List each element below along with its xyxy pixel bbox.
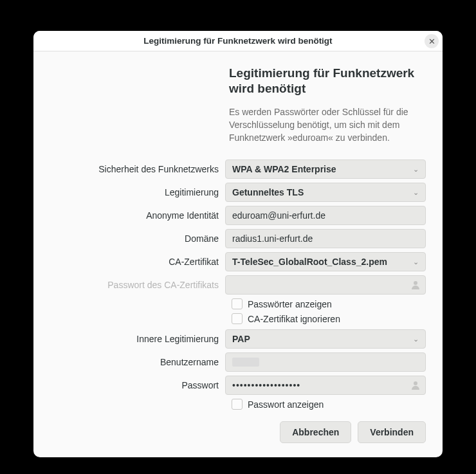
label-pass: Passwort <box>50 380 225 390</box>
dialog-content: Legitimierung für Funknetzwerk wird benö… <box>33 51 443 457</box>
username-redacted <box>232 358 259 367</box>
close-button[interactable]: ✕ <box>425 34 439 48</box>
anon-identity-input[interactable] <box>225 206 426 225</box>
svg-point-1 <box>414 381 417 385</box>
show-passwords-label: Passwörter anzeigen <box>248 299 332 309</box>
button-row: Abbrechen Verbinden <box>50 421 426 443</box>
svg-point-0 <box>414 281 417 285</box>
security-select[interactable]: WPA & WPA2 Enterprise ⌄ <box>225 160 426 179</box>
close-icon: ✕ <box>428 37 435 46</box>
user-icon <box>410 280 421 290</box>
cancel-button[interactable]: Abbrechen <box>280 421 351 443</box>
chevron-down-icon: ⌄ <box>413 258 419 266</box>
label-auth: Legitimierung <box>50 187 225 197</box>
chevron-down-icon: ⌄ <box>413 188 419 197</box>
cacert-select[interactable]: T-TeleSec_GlobalRoot_Class_2.pem ⌄ <box>225 252 426 271</box>
capass-input <box>225 275 426 295</box>
security-value: WPA & WPA2 Enterprise <box>232 164 336 174</box>
inner-auth-value: PAP <box>232 334 250 344</box>
domain-input[interactable] <box>225 229 426 248</box>
chevron-down-icon: ⌄ <box>413 335 419 343</box>
label-capass: Passwort des CA-Zertifikats <box>50 280 225 290</box>
label-security: Sicherheit des Funknetzwerks <box>50 164 225 174</box>
password-input[interactable] <box>225 376 426 395</box>
show-password-label: Passwort anzeigen <box>248 399 324 410</box>
dialog-description: Es werden Passwörter oder Schlüssel für … <box>229 105 426 145</box>
auth-select[interactable]: Getunneltes TLS ⌄ <box>225 183 426 202</box>
label-user: Benutzername <box>50 357 225 367</box>
label-domain: Domäne <box>50 233 225 244</box>
label-cacert: CA-Zertifikat <box>50 257 225 267</box>
username-input[interactable] <box>225 352 426 372</box>
connect-button[interactable]: Verbinden <box>358 421 426 443</box>
dialog-window: Legitimierung für Funknetzwerk wird benö… <box>33 31 443 457</box>
show-passwords-checkbox[interactable] <box>232 298 243 309</box>
ignore-cacert-label: CA-Zertifikat ignorieren <box>248 314 340 324</box>
inner-auth-select[interactable]: PAP ⌄ <box>225 329 426 349</box>
user-icon <box>410 380 421 390</box>
auth-value: Getunneltes TLS <box>232 187 304 197</box>
dialog-heading: Legitimierung für Funknetzwerk wird benö… <box>229 66 426 96</box>
cacert-value: T-TeleSec_GlobalRoot_Class_2.pem <box>232 257 387 267</box>
titlebar-title: Legitimierung für Funknetzwerk wird benö… <box>143 36 332 46</box>
label-inner: Innere Legitimierung <box>50 334 225 344</box>
ignore-cacert-checkbox[interactable] <box>232 313 243 324</box>
show-password-checkbox[interactable] <box>232 399 243 410</box>
titlebar: Legitimierung für Funknetzwerk wird benö… <box>33 31 443 51</box>
chevron-down-icon: ⌄ <box>413 165 419 174</box>
label-anon: Anonyme Identität <box>50 210 225 221</box>
